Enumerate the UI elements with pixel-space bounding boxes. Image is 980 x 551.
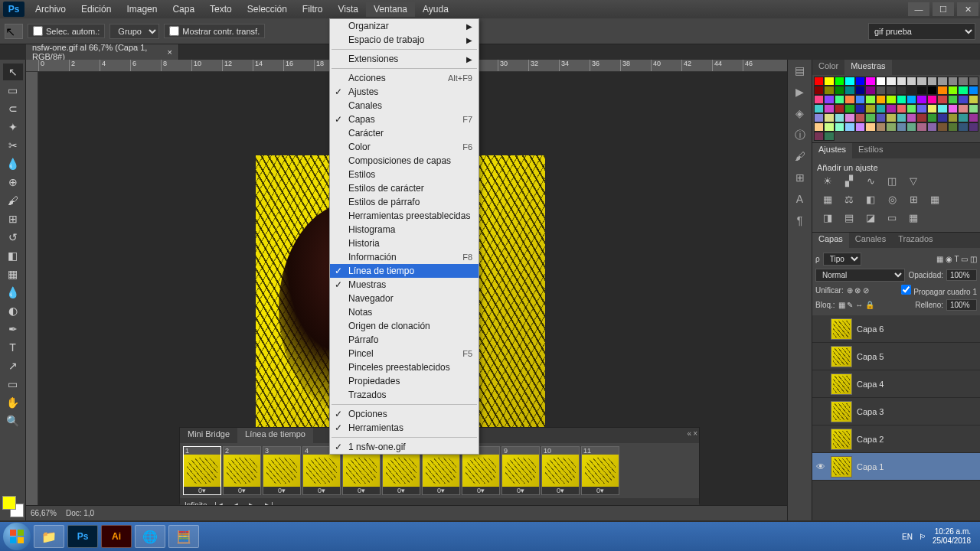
document-tab[interactable]: nsfw-one.gif al 66,7% (Capa 1, RGB/8#)× [26,44,179,60]
lookup-icon[interactable]: ▦ [927,194,942,206]
swatch[interactable] [906,122,916,132]
swatch[interactable] [927,77,937,86]
swatch[interactable] [927,104,937,113]
timeline-frame[interactable]: 30▾ [263,446,301,495]
swatch[interactable] [927,113,937,122]
swatch[interactable] [876,95,886,104]
menu-item[interactable]: Trazados [330,388,479,402]
menu-edición[interactable]: Edición [74,2,119,17]
pen-tool[interactable]: ✒ [3,321,23,337]
swatch[interactable] [948,122,958,132]
swatch[interactable] [948,113,958,122]
maximize-button[interactable]: ☐ [933,2,954,16]
swatch[interactable] [969,122,978,132]
tab-minibridge[interactable]: Mini Bridge [180,428,237,443]
swatch[interactable] [835,77,844,86]
tab-layers[interactable]: Capas [812,233,849,248]
swatch[interactable] [835,86,844,95]
swatch[interactable] [844,77,854,86]
menu-item[interactable]: ✓Opciones [330,407,479,421]
swatch[interactable] [937,95,947,104]
swatch[interactable] [844,86,854,95]
menu-item[interactable]: Organizar▶ [330,19,479,33]
photo-filter-icon[interactable]: ◎ [884,194,900,206]
swatch[interactable] [824,95,834,104]
eyedropper-tool[interactable]: 💧 [3,155,23,172]
swatches-grid[interactable] [812,75,980,142]
menu-item[interactable]: Herramientas preestablecidas [330,209,479,223]
swatch[interactable] [855,86,865,95]
swatch[interactable] [865,95,875,104]
swatch[interactable] [906,104,916,113]
swatch[interactable] [906,77,916,86]
layer-item[interactable]: Capa 5 [812,343,980,370]
swatch[interactable] [835,95,844,104]
swatch[interactable] [876,113,886,122]
autoselect-checkbox[interactable]: Selec. autom.: [28,24,105,38]
tray-lang[interactable]: EN [902,533,913,541]
propagate-check[interactable] [901,285,911,295]
swatch[interactable] [927,95,937,104]
swatch[interactable] [865,104,875,113]
swatch[interactable] [814,95,824,104]
menu-item[interactable]: Estilos [330,168,479,181]
swatch[interactable] [927,122,937,132]
start-button[interactable] [3,523,31,550]
swatch[interactable] [886,113,896,122]
swatch[interactable] [958,77,968,86]
swatch[interactable] [937,104,947,113]
swatch[interactable] [886,104,896,113]
layer-item[interactable]: 👁Capa 1 [812,453,980,481]
calc-task-icon[interactable]: 🧮 [168,525,199,548]
menu-archivo[interactable]: Archivo [28,2,74,17]
swatch[interactable] [865,122,875,132]
brightness-icon[interactable]: ☀ [820,175,835,187]
tab-timeline[interactable]: Línea de tiempo [237,428,313,443]
tray-clock[interactable]: 10:26 a.m.25/04/2018 [933,527,977,546]
menu-texto[interactable]: Texto [202,2,240,17]
swatch[interactable] [906,95,916,104]
eraser-tool[interactable]: ◧ [3,247,23,264]
minimize-button[interactable]: — [908,2,929,16]
menu-item[interactable]: ✓1 nsfw-one.gif [330,440,479,454]
explorer-icon[interactable]: 📁 [34,525,64,548]
swatch[interactable] [897,104,906,113]
menu-item[interactable]: Navegador [330,292,479,305]
menu-item[interactable]: Composiciones de capas [330,154,479,168]
menu-item[interactable]: InformaciónF8 [330,250,479,264]
swatch[interactable] [916,122,926,132]
menu-item[interactable]: ✓Muestras [330,278,479,292]
layer-kind-filter[interactable]: Tipo [823,253,861,266]
path-tool[interactable]: ↗ [3,357,23,374]
swatch[interactable] [927,86,937,95]
close-icon[interactable]: × [168,47,172,57]
mixer-icon[interactable]: ⊞ [906,194,921,206]
brush-tool[interactable]: 🖌 [3,192,23,209]
swatch[interactable] [948,104,958,113]
selective-icon[interactable]: ▦ [906,212,921,224]
dodge-tool[interactable]: ◐ [3,302,23,319]
swatch[interactable] [824,104,834,113]
menu-item[interactable]: Pinceles preestablecidos [330,360,479,374]
menu-item[interactable]: Estilos de carácter [330,181,479,195]
menu-selección[interactable]: Selección [240,2,295,17]
swatch[interactable] [876,77,886,86]
fill-input[interactable] [946,299,977,311]
swatch[interactable] [844,95,854,104]
swatch[interactable] [814,104,824,113]
swatch[interactable] [937,122,947,132]
menu-vista[interactable]: Vista [330,2,365,17]
menu-item[interactable]: AccionesAlt+F9 [330,71,479,85]
menu-item[interactable]: Carácter [330,126,479,140]
swatch[interactable] [855,113,865,122]
swatch[interactable] [897,113,906,122]
layer-item[interactable]: Capa 4 [812,370,980,398]
opacity-input[interactable] [946,269,977,281]
swatch[interactable] [865,77,875,86]
swatch[interactable] [897,122,906,132]
swatch[interactable] [958,95,968,104]
vibrance-icon[interactable]: ▽ [906,175,921,187]
tab-color[interactable]: Color [812,60,844,75]
bw-icon[interactable]: ◧ [863,194,878,206]
swatch[interactable] [814,122,824,132]
